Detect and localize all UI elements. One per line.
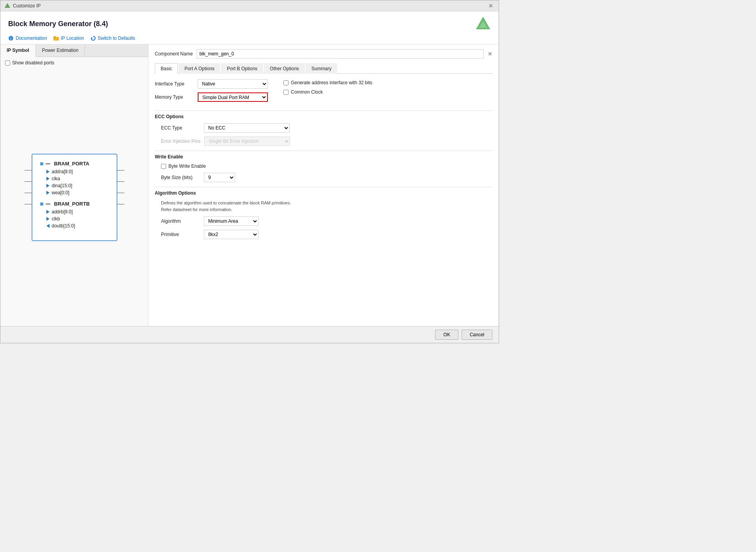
byte-write-enable-row: Byte Write Enable (161, 163, 492, 169)
svg-rect-10 (40, 162, 43, 165)
bottom-bar: OK Cancel (0, 326, 499, 343)
show-disabled-ports-label[interactable]: Show disabled ports (5, 60, 54, 66)
arrow-right-icon (46, 184, 50, 188)
ecc-section-title: ECC Options (155, 114, 492, 119)
tab-summary[interactable]: Summary (306, 63, 337, 74)
algorithm-select[interactable]: Minimum Area Low Power Fixed Primitives (204, 217, 258, 226)
write-enable-section-title: Write Enable (155, 154, 492, 160)
component-clear-button[interactable]: ✕ (488, 51, 492, 57)
arrow-right-icon (46, 177, 50, 181)
byte-size-select[interactable]: 8 9 (204, 173, 235, 182)
byte-write-enable-label[interactable]: Byte Write Enable (161, 163, 206, 169)
byte-size-row: Byte Size (bits) 8 9 (161, 173, 492, 182)
tab-ip-symbol[interactable]: IP Symbol (0, 44, 36, 57)
refresh-icon (90, 35, 96, 41)
port-b-header: BRAM_PORTB (40, 201, 109, 207)
byte-write-enable-text: Byte Write Enable (168, 163, 206, 169)
signal-addrb: addrb[8:0] (52, 209, 73, 215)
ip-location-label: IP Location (61, 35, 84, 41)
generate-address-checkbox[interactable] (283, 80, 289, 85)
port-item: addra[8:0] (40, 168, 109, 175)
main-tab-bar: Basic Port A Options Port B Options Othe… (155, 63, 492, 74)
documentation-button[interactable]: i Documentation (8, 35, 47, 41)
interface-type-select[interactable]: Native AXI4 (198, 79, 268, 89)
arrow-left-icon (46, 224, 50, 228)
left-options: Interface Type Native AXI4 Memory Type S… (155, 79, 268, 106)
memory-type-row: Memory Type Single Port RAM Simple Dual … (155, 92, 268, 102)
algo-section-title: Algorithm Options (155, 190, 492, 196)
generate-address-text: Generate address interface with 32 bits (291, 80, 372, 85)
memory-type-select[interactable]: Single Port RAM Simple Dual Port RAM Tru… (198, 92, 268, 102)
component-name-row: Component Name ✕ (155, 49, 492, 59)
tab-port-a[interactable]: Port A Options (179, 63, 220, 74)
signal-doutb: doutb[15:0] (52, 223, 75, 229)
info-icon: i (8, 35, 14, 41)
algo-desc-line2: Refer datasheet for more information. (161, 206, 492, 213)
content-area: IP Symbol Power Estimation Show disabled… (0, 44, 499, 326)
ok-button[interactable]: OK (435, 330, 458, 340)
algorithm-label: Algorithm (161, 218, 200, 224)
byte-size-label: Byte Size (bits) (161, 175, 200, 180)
documentation-label: Documentation (16, 35, 47, 41)
component-name-input[interactable] (197, 49, 484, 59)
error-injection-label: Error Injection Pins (161, 138, 200, 144)
show-disabled-ports-text: Show disabled ports (12, 60, 54, 66)
main-window: Customize IP ✕ Block Memory Generator (8… (0, 0, 499, 343)
ecc-type-label: ECC Type (161, 125, 200, 131)
ecc-type-select[interactable]: No ECC Hamming ECC SECDED ECC (204, 123, 290, 133)
toolbar: i Documentation IP Location Switch to De… (8, 35, 491, 41)
title-bar-left: Customize IP (4, 3, 41, 9)
left-tab-bar: IP Symbol Power Estimation (0, 44, 148, 57)
write-enable-divider (155, 151, 492, 151)
svg-rect-11 (40, 202, 43, 206)
port-item: dina[15:0] (40, 182, 109, 189)
svg-rect-8 (53, 36, 56, 38)
app-title-row: Block Memory Generator (8.4) (8, 16, 491, 32)
port-item: clkb (40, 215, 109, 222)
common-clock-checkbox[interactable] (283, 90, 289, 95)
error-injection-select[interactable]: Single Bit Error Injection Double Bit Er… (204, 137, 290, 146)
tab-basic[interactable]: Basic (155, 63, 178, 74)
memory-type-label: Memory Type (155, 94, 194, 100)
show-disabled-ports-checkbox[interactable] (5, 60, 10, 66)
right-panel: Component Name ✕ Basic Port A Options Po… (149, 44, 499, 326)
algo-divider (155, 187, 492, 187)
component-name-label: Component Name (155, 51, 193, 57)
svg-text:i: i (11, 37, 12, 41)
arrow-right-icon (46, 191, 50, 195)
ecc-divider (155, 110, 492, 111)
common-clock-text: Common Clock (291, 89, 323, 95)
vivado-logo (475, 16, 491, 32)
algo-desc: Defines the algorithm used to concatenat… (161, 200, 492, 213)
ip-location-button[interactable]: IP Location (53, 35, 84, 41)
generate-address-label[interactable]: Generate address interface with 32 bits (283, 80, 372, 85)
port-a-label: BRAM_PORTA (54, 161, 90, 167)
common-clock-label[interactable]: Common Clock (283, 89, 372, 95)
primitive-row: Primitive 8kx2 4kx4 2kx9 1kx18 512x36 (161, 230, 492, 239)
basic-options-row: Interface Type Native AXI4 Memory Type S… (155, 79, 492, 106)
byte-write-enable-checkbox[interactable] (161, 164, 166, 169)
collapse-a-icon[interactable] (40, 162, 43, 165)
window-close-button[interactable]: ✕ (487, 3, 495, 9)
ip-symbol-area: BRAM_PORTA addra[8:0] clka (0, 69, 148, 326)
signal-wea: wea[0:0] (52, 190, 69, 195)
bram-block-wrapper: BRAM_PORTA addra[8:0] clka (32, 154, 117, 241)
block-diagram: BRAM_PORTA addra[8:0] clka (32, 154, 117, 241)
port-item: clka (40, 175, 109, 182)
primitive-select[interactable]: 8kx2 4kx4 2kx9 1kx18 512x36 (204, 230, 258, 239)
tab-port-b[interactable]: Port B Options (221, 63, 263, 74)
switch-defaults-button[interactable]: Switch to Defaults (90, 35, 135, 41)
signal-clkb: clkb (52, 216, 60, 222)
cancel-button[interactable]: Cancel (462, 330, 492, 340)
port-group-a: BRAM_PORTA addra[8:0] clka (40, 161, 109, 196)
tab-other-options[interactable]: Other Options (264, 63, 305, 74)
primitive-label: Primitive (161, 232, 200, 237)
svg-marker-9 (91, 37, 93, 39)
port-group-b: BRAM_PORTB addrb[8:0] clkb (40, 201, 109, 229)
port-b-label: BRAM_PORTB (54, 201, 90, 207)
main-header: Block Memory Generator (8.4) i Documenta… (0, 11, 499, 44)
right-options: Generate address interface with 32 bits … (283, 79, 372, 95)
tab-power-estimation[interactable]: Power Estimation (36, 44, 85, 57)
arrow-right-icon (46, 217, 50, 221)
collapse-b-icon[interactable] (40, 202, 43, 206)
